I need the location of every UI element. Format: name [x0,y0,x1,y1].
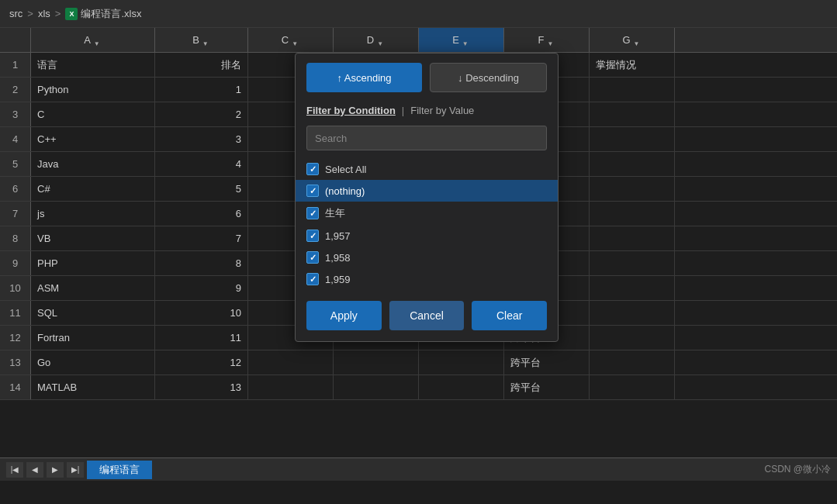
col-header-c[interactable]: C [248,28,334,52]
cell-b[interactable]: 13 [155,375,248,399]
cell-b[interactable]: 7 [155,226,248,250]
cell-g[interactable]: 掌握情况 [590,53,675,77]
cell-b[interactable]: 5 [155,177,248,201]
cell-b[interactable]: 9 [155,276,248,300]
cell-b[interactable]: 1 [155,78,248,102]
cell-b[interactable]: 10 [155,301,248,325]
filter-icon-e[interactable] [462,36,470,44]
cell-a[interactable]: Java [31,152,155,176]
list-item[interactable]: Select All [296,158,558,180]
cell-b[interactable]: 排名 [155,53,248,77]
filter-icon-f[interactable] [547,36,555,44]
filter-search-input[interactable] [306,126,547,150]
nav-first-button[interactable]: |◀ [6,462,23,478]
list-item[interactable]: 1,959 [296,268,558,290]
filter-icon-g[interactable] [634,36,642,44]
cell-f[interactable]: 跨平台 [504,350,590,375]
list-item[interactable]: 生年 [296,202,558,225]
cell-b[interactable]: 6 [155,202,248,226]
cell-a[interactable]: 语言 [31,53,155,77]
cell-b[interactable]: 4 [155,152,248,176]
cell-g[interactable] [590,102,675,126]
cell-g[interactable] [590,251,675,275]
cell-e[interactable] [419,350,504,375]
list-item[interactable]: 1,957 [296,225,558,247]
filter-by-value-tab[interactable]: Filter by Value [410,105,474,116]
cancel-button[interactable]: Cancel [389,301,465,330]
cell-b[interactable]: 3 [155,127,248,151]
cell-a[interactable]: C++ [31,127,155,151]
col-header-g[interactable]: G [590,28,675,52]
col-g-label: G [622,34,630,46]
nav-prev-button[interactable]: ◀ [26,462,43,478]
cell-b[interactable]: 11 [155,326,248,350]
list-item[interactable]: (nothing) [296,180,558,202]
row-number: 8 [0,226,31,250]
cell-a[interactable]: PHP [31,251,155,275]
spreadsheet-container: A B C D E F G 1 语言 排名 [0,28,837,481]
cell-a[interactable]: VB [31,226,155,250]
col-header-f[interactable]: F [504,28,590,52]
cell-e[interactable] [419,375,504,399]
cell-g[interactable] [590,350,675,375]
excel-icon: X [65,8,78,20]
row-number: 3 [0,102,31,126]
cell-d[interactable] [334,375,419,399]
sort-descending-button[interactable]: ↓ Descending [430,63,547,92]
cell-g[interactable] [590,177,675,201]
col-header-a[interactable]: A [31,28,155,52]
sort-ascending-button[interactable]: ↑ Ascending [306,63,422,92]
cell-a[interactable]: Fortran [31,326,155,350]
list-item[interactable]: 1,958 [296,247,558,268]
row-number: 12 [0,326,31,350]
cell-g[interactable] [590,127,675,151]
row-number: 1 [0,53,31,77]
cell-a[interactable]: C [31,102,155,126]
cell-d[interactable] [334,350,419,375]
filter-tabs: Filter by Condition | Filter by Value [296,100,558,121]
apply-button[interactable]: Apply [306,301,382,330]
checkbox-label: 1,957 [325,230,351,242]
sep-2: > [55,8,61,19]
filter-icon-c[interactable] [292,36,299,44]
sep-1: > [27,8,33,19]
col-header-e[interactable]: E [419,28,504,52]
cell-g[interactable] [590,202,675,226]
cell-g[interactable] [590,152,675,176]
cell-a[interactable]: MATLAB [31,375,155,399]
cell-a[interactable]: js [31,202,155,226]
clear-button[interactable]: Clear [472,301,547,330]
filter-icon-b[interactable] [202,36,210,44]
cell-g[interactable] [590,375,675,399]
cell-a[interactable]: ASM [31,276,155,300]
filter-by-condition-tab[interactable]: Filter by Condition [306,105,396,116]
sheet-tab[interactable]: 编程语言 [87,461,152,479]
checkbox-icon [306,207,319,219]
cell-c[interactable] [248,375,334,399]
cell-a[interactable]: Python [31,78,155,102]
cell-b[interactable]: 2 [155,102,248,126]
checkbox-label: 1,959 [325,274,351,285]
row-number: 13 [0,350,31,375]
cell-g[interactable] [590,276,675,300]
row-num-header [0,28,31,52]
cell-g[interactable] [590,226,675,250]
cell-g[interactable] [590,326,675,350]
cell-b[interactable]: 8 [155,251,248,275]
filter-icon-a[interactable] [94,36,102,44]
cell-c[interactable] [248,350,334,375]
cell-f[interactable]: 跨平台 [504,375,590,399]
nav-next-button[interactable]: ▶ [47,462,64,478]
nav-last-button[interactable]: ▶| [67,462,84,478]
row-number: 9 [0,251,31,275]
cell-g[interactable] [590,301,675,325]
col-header-d[interactable]: D [334,28,419,52]
filter-icon-d[interactable] [377,36,385,44]
cell-a[interactable]: SQL [31,301,155,325]
col-header-b[interactable]: B [155,28,248,52]
cell-a[interactable]: Go [31,350,155,375]
cell-b[interactable]: 12 [155,350,248,375]
cell-g[interactable] [590,78,675,102]
cell-a[interactable]: C# [31,177,155,201]
row-number: 2 [0,78,31,102]
